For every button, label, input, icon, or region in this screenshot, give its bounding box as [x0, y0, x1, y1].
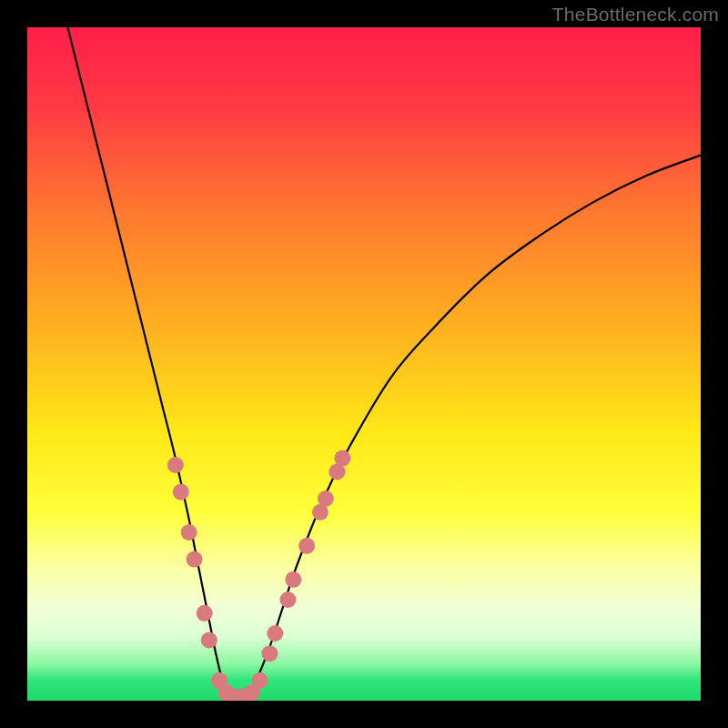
- curve-marker: [173, 484, 189, 500]
- curve-markers: [167, 450, 351, 701]
- watermark-text: TheBottleneck.com: [552, 4, 719, 25]
- curve-marker: [197, 605, 213, 622]
- curve-marker: [251, 672, 268, 689]
- bottleneck-curve: [67, 27, 701, 698]
- curve-marker: [298, 538, 315, 554]
- curve-marker: [167, 457, 184, 473]
- curve-marker: [279, 592, 296, 608]
- curve-marker: [187, 551, 203, 568]
- curve-marker: [334, 450, 350, 467]
- curve-marker: [201, 632, 217, 648]
- plot-area: [27, 27, 701, 701]
- curve-marker: [181, 524, 197, 541]
- curve-marker: [261, 645, 278, 662]
- curve-marker: [267, 625, 283, 642]
- curve-marker: [285, 571, 301, 588]
- chart-frame: TheBottleneck.com: [0, 0, 728, 728]
- curve-marker: [318, 490, 334, 507]
- curve-layer: [27, 27, 701, 701]
